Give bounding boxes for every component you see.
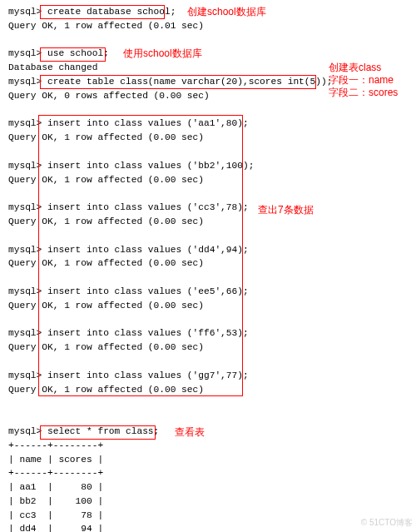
watermark: © 51CTO博客 (361, 516, 413, 529)
annotation-create-table-l2: 字段一：name (329, 74, 394, 87)
terminal-screenshot: { "terminal": { "lines": [ "mysql> creat… (0, 0, 416, 532)
annotation-create-table-l3: 字段二：scores (329, 87, 398, 99)
annotation-inserts: 查出7条数据 (258, 204, 314, 216)
annotation-create-table-l1: 创建表class (329, 62, 381, 74)
annotation-select: 查看表 (175, 426, 205, 439)
annotation-use-school: 使用school数据库 (123, 47, 202, 60)
annotation-create-database: 创建school数据库 (187, 6, 266, 18)
